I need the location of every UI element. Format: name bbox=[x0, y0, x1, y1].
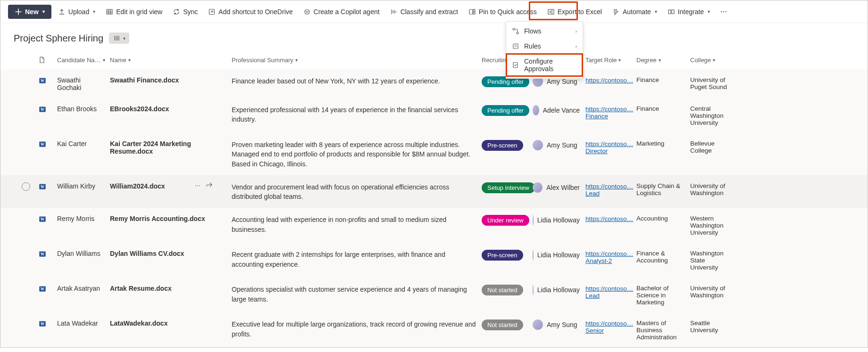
svg-rect-0 bbox=[107, 9, 112, 14]
col-degree[interactable]: Degree▾ bbox=[636, 57, 690, 64]
classify-button[interactable]: Classify and extract bbox=[386, 5, 462, 18]
more-button[interactable]: ··· bbox=[717, 5, 731, 18]
avatar bbox=[533, 215, 534, 225]
page-header: Project Sphere Hiring ▾ bbox=[0, 23, 868, 50]
table-row[interactable]: WDylan WilliamsDylan Williams CV.docxRec… bbox=[0, 243, 868, 278]
copilot-button[interactable]: Create a Copilot agent bbox=[300, 5, 384, 18]
college: Bellevue College bbox=[690, 140, 735, 154]
col-name[interactable]: Name▾ bbox=[110, 57, 232, 64]
svg-text:W: W bbox=[41, 142, 44, 147]
target-role-link-2[interactable]: Analyst-2 bbox=[585, 257, 631, 264]
status-badge: Under review bbox=[482, 215, 529, 226]
document-name: Swaathi Finance.docx bbox=[110, 76, 232, 84]
assigned-person[interactable]: Amy Sung bbox=[533, 319, 585, 330]
candidate-name: Dylan Williams bbox=[57, 250, 110, 257]
col-target-role[interactable]: Target Role▾ bbox=[585, 57, 636, 64]
sync-button[interactable]: Sync bbox=[169, 5, 201, 18]
new-button[interactable]: New ▾ bbox=[8, 5, 51, 19]
target-role-link[interactable]: https://contoso… bbox=[585, 215, 633, 222]
avatar bbox=[533, 182, 542, 193]
target-role-link[interactable]: https://contoso… bbox=[585, 140, 633, 147]
college: Western Washington University bbox=[690, 215, 735, 236]
target-role-link[interactable]: https://contoso… bbox=[585, 183, 633, 190]
word-file-icon: W bbox=[38, 215, 47, 223]
candidate-name: Artak Asatryan bbox=[57, 285, 110, 292]
svg-point-2 bbox=[305, 9, 309, 14]
chevron-down-icon: ▾ bbox=[93, 9, 95, 14]
assigned-person[interactable]: Lidia Holloway bbox=[533, 215, 585, 225]
status-badge: Not started bbox=[482, 319, 523, 330]
plus-icon bbox=[15, 8, 22, 16]
candidate-name: Ethan Brooks bbox=[57, 105, 110, 113]
svg-point-10 bbox=[517, 32, 518, 34]
college: University of Puget Sound bbox=[690, 76, 735, 90]
document-icon bbox=[38, 56, 46, 64]
professional-summary: Experienced professional with 14 years o… bbox=[232, 105, 482, 124]
college: Central Washington University bbox=[690, 105, 735, 126]
assigned-person[interactable]: Adele Vance bbox=[533, 105, 585, 115]
table-row[interactable]: WKai CarterKai Carter 2024 Marketing Res… bbox=[0, 133, 868, 175]
avatar bbox=[533, 250, 534, 260]
status-badge: Pre-screen bbox=[482, 140, 523, 151]
col-file-icon[interactable] bbox=[38, 56, 57, 64]
document-name: EBrooks2024.docx bbox=[110, 105, 232, 113]
target-role-link-2[interactable]: Lead bbox=[585, 292, 631, 299]
share-icon[interactable] bbox=[205, 181, 213, 190]
table-row[interactable]: WArtak AsatryanArtak Resume.docxOperatio… bbox=[0, 278, 868, 312]
col-college[interactable]: College▾ bbox=[690, 57, 735, 64]
recruiting-status: Under review bbox=[482, 215, 533, 226]
degree: Finance bbox=[636, 105, 690, 112]
menu-rules[interactable]: Rules › bbox=[506, 39, 583, 54]
target-role-link[interactable]: https://contoso… bbox=[585, 106, 633, 113]
target-role-link[interactable]: https://contoso… bbox=[585, 77, 633, 84]
ellipsis-icon[interactable]: ··· bbox=[195, 181, 200, 190]
target-role-link-2[interactable]: Senior bbox=[585, 327, 631, 334]
menu-flows[interactable]: Flows › bbox=[506, 24, 583, 39]
svg-rect-12 bbox=[513, 63, 517, 68]
avatar bbox=[533, 319, 543, 330]
assigned-person[interactable]: Amy Sung bbox=[533, 140, 585, 150]
status-badge: Pending offer bbox=[482, 105, 529, 116]
target-role-cell: https://contoso… bbox=[585, 76, 636, 84]
word-file-icon: W bbox=[38, 76, 47, 85]
row-select[interactable] bbox=[22, 182, 30, 191]
document-name: Artak Resume.docx bbox=[110, 285, 232, 292]
degree: Masters of Business Administration bbox=[636, 319, 690, 341]
upload-button[interactable]: Upload ▾ bbox=[54, 5, 99, 18]
menu-configure-approvals[interactable]: Configure Approvals bbox=[506, 54, 583, 76]
target-role-link[interactable]: https://contoso… bbox=[585, 320, 633, 327]
pin-button[interactable]: Pin to Quick access bbox=[465, 5, 541, 18]
sync-icon bbox=[173, 8, 180, 16]
table-row[interactable]: WRemy MorrisRemy Morris Accounting.docxA… bbox=[0, 208, 868, 243]
svg-text:W: W bbox=[41, 253, 44, 257]
excel-icon bbox=[547, 8, 555, 16]
assigned-person[interactable]: Alex Wilber bbox=[533, 182, 585, 193]
view-selector[interactable]: ▾ bbox=[109, 33, 129, 44]
target-role-link-2[interactable]: Director bbox=[585, 147, 631, 155]
automate-button[interactable]: Automate ▾ bbox=[609, 5, 661, 18]
candidate-name: William Kirby bbox=[57, 182, 110, 190]
integrate-button[interactable]: Integrate ▾ bbox=[664, 5, 714, 18]
edit-grid-button[interactable]: Edit in grid view bbox=[102, 5, 166, 18]
col-summary[interactable]: Professional Summary▾ bbox=[232, 57, 482, 64]
export-excel-button[interactable]: Export to Excel bbox=[543, 5, 606, 18]
candidate-name: Swaathi Gochaki bbox=[57, 76, 110, 91]
automate-icon bbox=[612, 8, 620, 16]
table-row[interactable]: WSwaathi GochakiSwaathi Finance.docxFina… bbox=[0, 69, 868, 98]
table-row[interactable]: WEthan BrooksEBrooks2024.docxExperienced… bbox=[0, 98, 868, 133]
target-role-link-2[interactable]: Lead bbox=[585, 190, 631, 197]
table-row[interactable]: WWilliam KirbyWilliam2024.docxVendor and… bbox=[0, 175, 868, 208]
assigned-person[interactable]: Lidia Holloway bbox=[533, 285, 585, 295]
target-role-link[interactable]: https://contoso… bbox=[585, 250, 633, 257]
candidate-name: Kai Carter bbox=[57, 140, 110, 147]
document-name: LataWadekar.docx bbox=[110, 319, 232, 327]
add-shortcut-button[interactable]: Add shortcut to OneDrive bbox=[204, 5, 296, 18]
assigned-person[interactable]: Lidia Holloway bbox=[533, 250, 585, 260]
shortcut-icon bbox=[208, 8, 216, 16]
target-role-link[interactable]: https://contoso… bbox=[585, 285, 633, 292]
target-role-link-2[interactable]: Finance bbox=[585, 113, 631, 120]
candidate-name: Remy Morris bbox=[57, 215, 110, 222]
col-candidate[interactable]: Candidate Na…▾ bbox=[57, 57, 110, 64]
table-row[interactable]: WLata WadekarLataWadekar.docxExecutive l… bbox=[0, 312, 868, 347]
word-file-icon: W bbox=[38, 182, 47, 191]
